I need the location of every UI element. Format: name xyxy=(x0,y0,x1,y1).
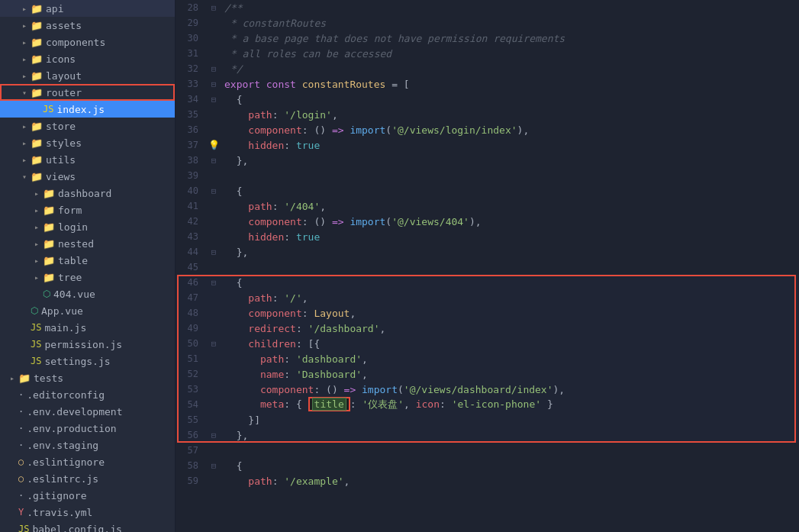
sidebar-item-env-production[interactable]: ·.env.production xyxy=(0,420,175,437)
line-number: 50 xyxy=(176,338,206,349)
code-line-57: 57 xyxy=(176,443,799,458)
item-label: 404.vue xyxy=(53,289,175,300)
folder-arrow xyxy=(18,122,31,131)
folder-icon: 📁 xyxy=(43,221,55,233)
sidebar-item-views-nested[interactable]: 📁nested xyxy=(0,235,175,252)
code-line-44: 44⊟ }, xyxy=(176,244,799,260)
yaml-icon: Y xyxy=(18,507,24,517)
sidebar-item-views-tree[interactable]: 📁tree xyxy=(0,269,175,285)
line-content: path: '/', xyxy=(221,292,799,304)
line-content: component: () => import('@/views/dashboa… xyxy=(221,384,799,395)
code-line-40: 40⊟ { xyxy=(176,183,799,198)
line-number: 40 xyxy=(176,185,206,196)
code-line-55: 55 }] xyxy=(176,412,799,427)
line-number: 41 xyxy=(176,201,206,211)
line-content: redirect: '/dashboard', xyxy=(221,323,799,334)
line-gutter: ⊟ xyxy=(206,247,221,257)
sidebar-item-views-table[interactable]: 📁table xyxy=(0,252,175,269)
line-content: children: [{ xyxy=(221,338,799,350)
sidebar-item-settings-js[interactable]: JSsettings.js xyxy=(0,353,175,369)
sidebar-item-layout[interactable]: 📁layout xyxy=(0,67,175,84)
line-number: 32 xyxy=(176,63,206,74)
code-line-49: 49 redirect: '/dashboard', xyxy=(176,321,799,336)
code-line-31: 31 * all roles can be accessed xyxy=(176,46,799,61)
circle-icon: ○ xyxy=(18,473,24,484)
sidebar-item-permission-js[interactable]: JSpermission.js xyxy=(0,336,175,353)
line-gutter: ⊟ xyxy=(206,3,221,13)
sidebar-item-eslintignore[interactable]: ○.eslintignore xyxy=(0,453,175,470)
sidebar-item-env-development[interactable]: ·.env.development xyxy=(0,403,175,420)
line-content: }, xyxy=(221,430,799,441)
sidebar-item-main-js[interactable]: JSmain.js xyxy=(0,319,175,336)
dot-file-icon: · xyxy=(18,389,24,400)
sidebar-item-views-form[interactable]: 📁form xyxy=(0,202,175,218)
sidebar-item-gitignore[interactable]: ·.gitignore xyxy=(0,487,175,504)
line-gutter: ⊟ xyxy=(206,339,221,349)
code-line-30: 30 * a base page that does not have perm… xyxy=(176,31,799,46)
line-number: 56 xyxy=(176,430,206,440)
folder-arrow xyxy=(18,156,31,164)
line-number: 53 xyxy=(176,384,206,395)
code-line-32: 32⊟ */ xyxy=(176,61,799,76)
line-gutter: ⊟ xyxy=(206,278,221,288)
folder-icon: 📁 xyxy=(31,20,43,31)
code-line-37: 37💡 hidden: true xyxy=(176,137,799,153)
folder-icon: 📁 xyxy=(31,121,43,132)
folder-arrow xyxy=(31,273,43,282)
sidebar-item-utils[interactable]: 📁utils xyxy=(0,151,175,168)
line-number: 37 xyxy=(176,140,206,150)
sidebar-item-icons[interactable]: 📁icons xyxy=(0,50,175,67)
sidebar-item-router[interactable]: 📁router xyxy=(0,84,175,101)
sidebar-item-tests[interactable]: 📁tests xyxy=(0,369,175,386)
sidebar-item-styles[interactable]: 📁styles xyxy=(0,134,175,151)
code-line-36: 36 component: () => import('@/views/logi… xyxy=(176,122,799,137)
line-number: 38 xyxy=(176,155,206,166)
line-content: */ xyxy=(221,63,799,75)
line-number: 47 xyxy=(176,292,206,303)
item-label: babel.config.js xyxy=(32,524,175,533)
sidebar-item-views-404[interactable]: ⬡404.vue xyxy=(0,285,175,302)
sidebar-item-travis[interactable]: Y.travis.yml xyxy=(0,504,175,521)
sidebar-item-env-staging[interactable]: ·.env.staging xyxy=(0,437,175,453)
item-label: dashboard xyxy=(58,188,175,199)
folder-arrow xyxy=(31,223,43,231)
line-number: 29 xyxy=(176,18,206,28)
sidebar-item-assets[interactable]: 📁assets xyxy=(0,17,175,34)
item-label: api xyxy=(46,3,175,15)
line-content: { xyxy=(221,185,799,197)
line-number: 49 xyxy=(176,323,206,334)
item-label: main.js xyxy=(44,322,175,334)
code-line-47: 47 path: '/', xyxy=(176,290,799,305)
line-content: { xyxy=(221,94,799,105)
folder-icon: 📁 xyxy=(31,137,43,149)
line-gutter: ⊟ xyxy=(206,64,221,74)
sidebar-item-views-login[interactable]: 📁login xyxy=(0,218,175,235)
item-label: styles xyxy=(46,137,175,149)
sidebar-item-views-dashboard[interactable]: 📁dashboard xyxy=(0,185,175,202)
sidebar-item-eslintrc[interactable]: ○.eslintrc.js xyxy=(0,470,175,487)
sidebar-item-views[interactable]: 📁views xyxy=(0,168,175,185)
line-content: /** xyxy=(221,2,799,14)
sidebar-item-router-index[interactable]: JSindex.js xyxy=(0,101,175,118)
item-label: form xyxy=(58,205,175,216)
line-gutter: ⊟ xyxy=(206,79,221,89)
sidebar-item-babel[interactable]: JSbabel.config.js xyxy=(0,521,175,532)
sidebar-item-api[interactable]: 📁api xyxy=(0,0,175,17)
sidebar-item-store[interactable]: 📁store xyxy=(0,118,175,134)
item-label: router xyxy=(46,87,175,98)
line-number: 57 xyxy=(176,445,206,456)
line-content: component: () => import('@/views/404'), xyxy=(221,216,799,227)
line-content: }] xyxy=(221,414,799,426)
item-label: .eslintrc.js xyxy=(27,473,175,485)
sidebar-item-app-vue[interactable]: ⬡App.vue xyxy=(0,302,175,319)
folder-icon: 📁 xyxy=(43,205,55,216)
folder-arrow xyxy=(18,38,31,47)
line-number: 44 xyxy=(176,247,206,257)
line-gutter: ⊟ xyxy=(206,430,221,440)
line-number: 46 xyxy=(176,277,206,288)
sidebar-item-editorconfig[interactable]: ·.editorconfig xyxy=(0,386,175,403)
item-label: .env.production xyxy=(27,423,175,434)
file-tree[interactable]: 📁api📁assets📁components📁icons📁layout📁rout… xyxy=(0,0,176,532)
sidebar-item-components[interactable]: 📁components xyxy=(0,34,175,50)
line-content: component: Layout, xyxy=(221,308,799,319)
